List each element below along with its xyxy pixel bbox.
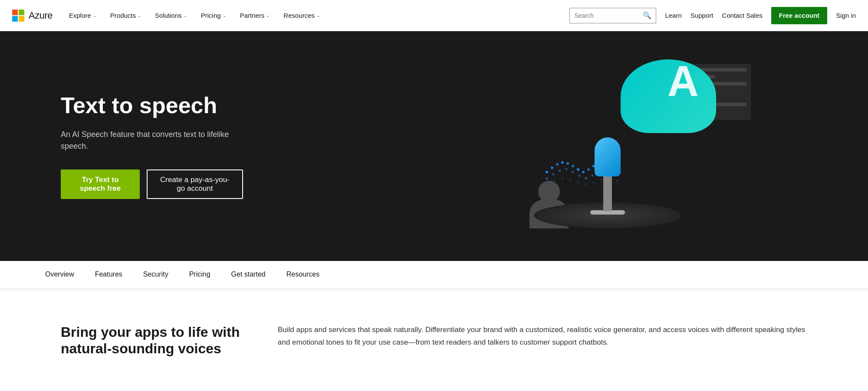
nav-links: Explore ⌄ Products ⌄ Solutions ⌄ Pricing… (63, 0, 569, 31)
svg-point-36 (616, 180, 618, 182)
support-link[interactable]: Support (690, 12, 713, 19)
svg-point-29 (562, 177, 563, 179)
svg-point-2 (556, 163, 559, 166)
hero-content: Text to speech An AI Speech feature that… (0, 59, 304, 233)
mic-head (595, 137, 621, 176)
main-nav: Azure Explore ⌄ Products ⌄ Solutions ⌄ P… (0, 0, 868, 31)
content-text: Build apps and services that speak natur… (278, 324, 807, 349)
svg-point-28 (554, 180, 556, 182)
hero-section: Text to speech An AI Speech feature that… (0, 31, 868, 261)
nav-solutions[interactable]: Solutions ⌄ (149, 0, 193, 31)
sub-nav: Overview Features Security Pricing Get s… (0, 261, 868, 289)
svg-point-34 (601, 179, 602, 181)
sub-nav-overview[interactable]: Overview (35, 261, 85, 289)
hero-buttons: Try Text to speech free Create a pay-as-… (61, 169, 243, 199)
svg-point-8 (587, 168, 590, 171)
svg-point-33 (593, 182, 595, 183)
content-right: Build apps and services that speak natur… (278, 324, 807, 349)
logo-area[interactable]: Azure (12, 10, 53, 22)
free-account-button[interactable]: Free account (771, 7, 827, 24)
svg-point-19 (572, 171, 574, 173)
hero-title: Text to speech (61, 93, 243, 118)
sub-nav-get-started[interactable]: Get started (221, 261, 276, 289)
nav-right: 🔍 Learn Support Contact Sales Free accou… (569, 7, 856, 24)
sign-in-link[interactable]: Sign in (836, 12, 856, 19)
chevron-icon: ⌄ (316, 13, 320, 18)
svg-point-32 (585, 183, 587, 185)
svg-point-3 (561, 161, 564, 164)
chevron-icon: ⌄ (93, 13, 96, 18)
svg-point-21 (585, 177, 587, 179)
nav-explore[interactable]: Explore ⌄ (63, 0, 102, 31)
sub-nav-pricing[interactable]: Pricing (179, 261, 221, 289)
nav-pricing[interactable]: Pricing ⌄ (195, 0, 232, 31)
content-title: Bring your apps to life with natural-sou… (61, 324, 243, 357)
svg-point-30 (569, 179, 571, 181)
mic-stand (603, 172, 612, 211)
chevron-icon: ⌄ (266, 13, 270, 18)
sub-nav-security[interactable]: Security (133, 261, 179, 289)
svg-point-4 (566, 162, 569, 165)
svg-point-15 (546, 178, 548, 180)
svg-point-7 (582, 171, 585, 173)
azure-brand: Azure (29, 10, 53, 21)
sub-nav-features[interactable]: Features (85, 261, 133, 289)
chevron-icon: ⌄ (184, 13, 187, 18)
sub-nav-resources[interactable]: Resources (276, 261, 330, 289)
pay-as-you-go-button[interactable]: Create a pay-as-you-go account (147, 169, 243, 199)
microsoft-logo (12, 10, 24, 22)
search-input[interactable] (574, 12, 639, 19)
hero-illustration: A (347, 31, 868, 261)
sub-nav-inner: Overview Features Security Pricing Get s… (35, 261, 833, 289)
svg-point-1 (551, 166, 553, 169)
cloud-letter: A (667, 59, 699, 103)
svg-point-22 (592, 175, 594, 177)
svg-point-16 (552, 173, 555, 176)
chevron-icon: ⌄ (138, 13, 141, 18)
contact-sales-link[interactable]: Contact Sales (722, 12, 762, 19)
nav-partners[interactable]: Partners ⌄ (234, 0, 276, 31)
nav-resources[interactable]: Resources ⌄ (277, 0, 326, 31)
search-icon: 🔍 (643, 11, 651, 20)
svg-point-6 (577, 168, 579, 171)
svg-point-31 (577, 182, 579, 183)
svg-point-0 (546, 171, 548, 173)
hero-scene: A (456, 46, 760, 246)
search-box[interactable]: 🔍 (569, 8, 656, 23)
svg-point-18 (566, 168, 568, 170)
chevron-icon: ⌄ (223, 13, 226, 18)
learn-link[interactable]: Learn (665, 12, 681, 19)
content-left: Bring your apps to life with natural-sou… (61, 324, 243, 357)
hero-subtitle: An AI Speech feature that converts text … (61, 129, 243, 152)
svg-point-17 (559, 170, 561, 172)
content-section: Bring your apps to life with natural-sou… (0, 289, 868, 391)
try-free-button[interactable]: Try Text to speech free (61, 169, 140, 199)
svg-point-5 (572, 165, 574, 167)
svg-point-20 (579, 175, 581, 177)
nav-products[interactable]: Products ⌄ (104, 0, 147, 31)
